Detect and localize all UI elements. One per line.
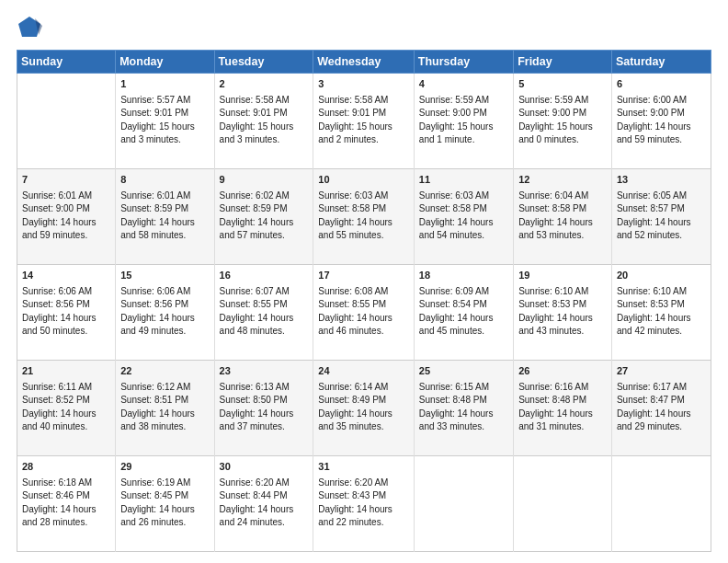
day-cell: 7Sunrise: 6:01 AM Sunset: 9:00 PM Daylig… xyxy=(17,169,116,265)
day-number: 11 xyxy=(419,173,508,188)
header-cell-thursday: Thursday xyxy=(414,51,513,74)
week-row-1: 1Sunrise: 5:57 AM Sunset: 9:01 PM Daylig… xyxy=(17,74,711,169)
day-content: Sunrise: 6:00 AM Sunset: 9:00 PM Dayligh… xyxy=(617,94,706,147)
day-content: Sunrise: 5:58 AM Sunset: 9:01 PM Dayligh… xyxy=(220,94,309,147)
day-cell: 28Sunrise: 6:18 AM Sunset: 8:46 PM Dayli… xyxy=(17,456,116,552)
day-content: Sunrise: 6:09 AM Sunset: 8:54 PM Dayligh… xyxy=(419,285,508,339)
day-content: Sunrise: 6:11 AM Sunset: 8:52 PM Dayligh… xyxy=(22,381,110,434)
day-cell: 27Sunrise: 6:17 AM Sunset: 8:47 PM Dayli… xyxy=(611,361,711,456)
day-number: 19 xyxy=(518,269,607,283)
day-cell: 4Sunrise: 5:59 AM Sunset: 9:00 PM Daylig… xyxy=(414,74,513,169)
week-row-4: 21Sunrise: 6:11 AM Sunset: 8:52 PM Dayli… xyxy=(17,361,711,456)
day-number: 25 xyxy=(419,364,508,379)
day-cell xyxy=(514,456,612,552)
day-cell: 16Sunrise: 6:07 AM Sunset: 8:55 PM Dayli… xyxy=(214,265,313,361)
day-number: 17 xyxy=(318,269,409,283)
day-number: 29 xyxy=(120,460,209,475)
week-row-2: 7Sunrise: 6:01 AM Sunset: 9:00 PM Daylig… xyxy=(17,169,711,265)
day-number: 27 xyxy=(617,364,706,379)
day-content: Sunrise: 6:05 AM Sunset: 8:57 PM Dayligh… xyxy=(617,190,706,243)
day-cell: 26Sunrise: 6:16 AM Sunset: 8:48 PM Dayli… xyxy=(514,361,612,456)
day-number: 20 xyxy=(617,269,706,283)
logo-icon xyxy=(17,15,42,40)
day-number: 2 xyxy=(220,77,309,92)
day-cell: 14Sunrise: 6:06 AM Sunset: 8:56 PM Dayli… xyxy=(17,265,116,361)
day-number: 1 xyxy=(120,77,209,92)
day-content: Sunrise: 6:10 AM Sunset: 8:53 PM Dayligh… xyxy=(518,285,607,339)
page: SundayMondayTuesdayWednesdayThursdayFrid… xyxy=(0,0,728,563)
day-content: Sunrise: 6:13 AM Sunset: 8:50 PM Dayligh… xyxy=(220,381,309,434)
day-number: 15 xyxy=(120,269,209,283)
day-number: 31 xyxy=(318,460,409,475)
calendar-header: SundayMondayTuesdayWednesdayThursdayFrid… xyxy=(17,51,711,74)
day-cell: 31Sunrise: 6:20 AM Sunset: 8:43 PM Dayli… xyxy=(313,456,415,552)
day-content: Sunrise: 6:01 AM Sunset: 9:00 PM Dayligh… xyxy=(22,190,110,243)
day-cell: 9Sunrise: 6:02 AM Sunset: 8:59 PM Daylig… xyxy=(214,169,313,265)
day-cell: 24Sunrise: 6:14 AM Sunset: 8:49 PM Dayli… xyxy=(313,361,415,456)
day-content: Sunrise: 6:03 AM Sunset: 8:58 PM Dayligh… xyxy=(318,190,409,243)
day-content: Sunrise: 6:14 AM Sunset: 8:49 PM Dayligh… xyxy=(318,381,409,434)
day-content: Sunrise: 5:57 AM Sunset: 9:01 PM Dayligh… xyxy=(120,94,209,147)
day-cell: 5Sunrise: 5:59 AM Sunset: 9:00 PM Daylig… xyxy=(514,74,612,169)
day-content: Sunrise: 6:06 AM Sunset: 8:56 PM Dayligh… xyxy=(22,285,110,339)
day-number: 14 xyxy=(22,269,110,283)
day-content: Sunrise: 6:19 AM Sunset: 8:45 PM Dayligh… xyxy=(120,477,209,530)
day-cell: 30Sunrise: 6:20 AM Sunset: 8:44 PM Dayli… xyxy=(214,456,313,552)
day-content: Sunrise: 6:04 AM Sunset: 8:58 PM Dayligh… xyxy=(518,190,607,243)
day-cell: 29Sunrise: 6:19 AM Sunset: 8:45 PM Dayli… xyxy=(116,456,214,552)
day-content: Sunrise: 6:01 AM Sunset: 8:59 PM Dayligh… xyxy=(120,190,209,243)
day-number: 8 xyxy=(120,173,209,188)
header-cell-wednesday: Wednesday xyxy=(313,51,415,74)
day-cell: 25Sunrise: 6:15 AM Sunset: 8:48 PM Dayli… xyxy=(414,361,513,456)
day-content: Sunrise: 6:20 AM Sunset: 8:43 PM Dayligh… xyxy=(318,477,409,530)
day-number: 18 xyxy=(419,269,508,283)
day-content: Sunrise: 6:03 AM Sunset: 8:58 PM Dayligh… xyxy=(419,190,508,243)
header-cell-sunday: Sunday xyxy=(17,51,116,74)
day-content: Sunrise: 6:16 AM Sunset: 8:48 PM Dayligh… xyxy=(518,381,607,434)
day-content: Sunrise: 5:59 AM Sunset: 9:00 PM Dayligh… xyxy=(518,94,607,147)
day-cell: 18Sunrise: 6:09 AM Sunset: 8:54 PM Dayli… xyxy=(414,265,513,361)
day-number: 24 xyxy=(318,364,409,379)
day-content: Sunrise: 5:59 AM Sunset: 9:00 PM Dayligh… xyxy=(419,94,508,147)
day-cell: 10Sunrise: 6:03 AM Sunset: 8:58 PM Dayli… xyxy=(313,169,415,265)
day-content: Sunrise: 6:17 AM Sunset: 8:47 PM Dayligh… xyxy=(617,381,706,434)
day-cell: 17Sunrise: 6:08 AM Sunset: 8:55 PM Dayli… xyxy=(313,265,415,361)
day-cell: 22Sunrise: 6:12 AM Sunset: 8:51 PM Dayli… xyxy=(116,361,214,456)
day-cell xyxy=(414,456,513,552)
day-number: 3 xyxy=(318,77,409,92)
header-cell-friday: Friday xyxy=(514,51,612,74)
day-cell xyxy=(17,74,116,169)
day-content: Sunrise: 6:02 AM Sunset: 8:59 PM Dayligh… xyxy=(220,190,309,243)
week-row-5: 28Sunrise: 6:18 AM Sunset: 8:46 PM Dayli… xyxy=(17,456,711,552)
header xyxy=(17,15,711,40)
day-cell: 6Sunrise: 6:00 AM Sunset: 9:00 PM Daylig… xyxy=(611,74,711,169)
day-number: 12 xyxy=(518,173,607,188)
day-cell: 15Sunrise: 6:06 AM Sunset: 8:56 PM Dayli… xyxy=(116,265,214,361)
day-number: 13 xyxy=(617,173,706,188)
day-number: 10 xyxy=(318,173,409,188)
header-cell-saturday: Saturday xyxy=(611,51,711,74)
day-number: 21 xyxy=(22,364,110,379)
logo xyxy=(17,15,46,40)
day-cell: 21Sunrise: 6:11 AM Sunset: 8:52 PM Dayli… xyxy=(17,361,116,456)
day-content: Sunrise: 5:58 AM Sunset: 9:01 PM Dayligh… xyxy=(318,94,409,147)
day-content: Sunrise: 6:12 AM Sunset: 8:51 PM Dayligh… xyxy=(120,381,209,434)
day-cell: 19Sunrise: 6:10 AM Sunset: 8:53 PM Dayli… xyxy=(514,265,612,361)
day-number: 5 xyxy=(518,77,607,92)
header-cell-tuesday: Tuesday xyxy=(214,51,313,74)
header-cell-monday: Monday xyxy=(116,51,214,74)
day-content: Sunrise: 6:08 AM Sunset: 8:55 PM Dayligh… xyxy=(318,285,409,339)
day-number: 4 xyxy=(419,77,508,92)
day-cell: 13Sunrise: 6:05 AM Sunset: 8:57 PM Dayli… xyxy=(611,169,711,265)
week-row-3: 14Sunrise: 6:06 AM Sunset: 8:56 PM Dayli… xyxy=(17,265,711,361)
day-cell: 2Sunrise: 5:58 AM Sunset: 9:01 PM Daylig… xyxy=(214,74,313,169)
day-number: 9 xyxy=(220,173,309,188)
day-content: Sunrise: 6:06 AM Sunset: 8:56 PM Dayligh… xyxy=(120,285,209,339)
day-number: 28 xyxy=(22,460,110,475)
day-number: 30 xyxy=(220,460,309,475)
header-row: SundayMondayTuesdayWednesdayThursdayFrid… xyxy=(17,51,711,74)
day-content: Sunrise: 6:15 AM Sunset: 8:48 PM Dayligh… xyxy=(419,381,508,434)
day-cell: 8Sunrise: 6:01 AM Sunset: 8:59 PM Daylig… xyxy=(116,169,214,265)
day-cell: 11Sunrise: 6:03 AM Sunset: 8:58 PM Dayli… xyxy=(414,169,513,265)
day-content: Sunrise: 6:10 AM Sunset: 8:53 PM Dayligh… xyxy=(617,285,706,339)
